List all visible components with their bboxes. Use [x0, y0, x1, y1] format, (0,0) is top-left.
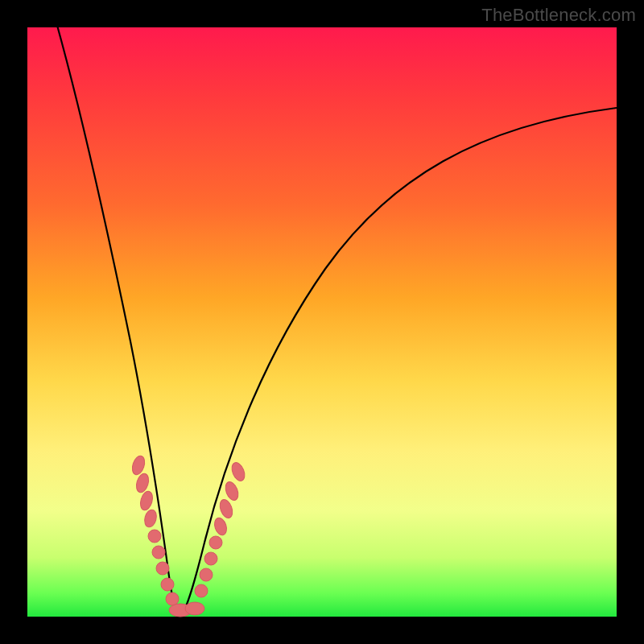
svg-point-14 — [209, 536, 222, 549]
svg-point-10 — [185, 602, 204, 615]
curve-path — [56, 23, 617, 615]
svg-point-13 — [204, 552, 217, 565]
svg-point-17 — [223, 480, 241, 502]
watermark-text: TheBottleneck.com — [481, 5, 636, 26]
svg-point-2 — [138, 490, 155, 512]
svg-point-12 — [200, 568, 213, 581]
svg-point-6 — [156, 562, 169, 575]
svg-point-15 — [213, 516, 229, 536]
svg-point-0 — [130, 454, 147, 476]
svg-point-16 — [217, 497, 234, 519]
svg-point-11 — [195, 584, 208, 597]
svg-point-7 — [161, 578, 174, 591]
svg-point-18 — [229, 460, 247, 482]
svg-point-3 — [142, 509, 158, 529]
svg-point-5 — [152, 546, 165, 559]
chart-frame: TheBottleneck.com — [0, 0, 644, 644]
highlight-dots — [130, 454, 247, 617]
svg-point-4 — [148, 530, 161, 543]
svg-point-1 — [134, 472, 151, 493]
bottleneck-curve — [27, 27, 617, 617]
svg-point-8 — [166, 592, 179, 605]
plot-area — [27, 27, 617, 617]
